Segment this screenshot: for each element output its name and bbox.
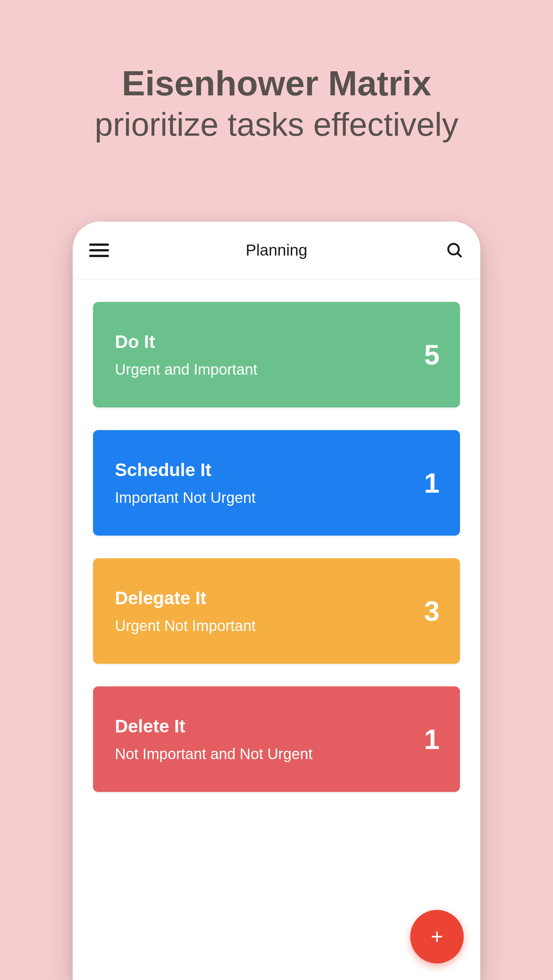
card-count: 1 [424,467,440,499]
card-count: 1 [424,723,440,756]
card-subtitle: Important Not Urgent [115,489,256,506]
quadrant-card-schedule-it[interactable]: Schedule It Important Not Urgent 1 [93,430,460,536]
card-text: Delete It Not Important and Not Urgent [115,716,313,762]
card-text: Delegate It Urgent Not Important [115,588,256,634]
card-subtitle: Urgent Not Important [115,617,256,634]
card-title: Delegate It [115,588,256,608]
app-title: Planning [246,241,307,259]
quadrant-card-do-it[interactable]: Do It Urgent and Important 5 [93,302,460,407]
card-text: Schedule It Important Not Urgent [115,460,256,506]
promo-heading: Eisenhower Matrix prioritize tasks effec… [0,0,553,143]
card-count: 5 [424,339,440,371]
card-title: Schedule It [115,460,256,480]
quadrant-card-delete-it[interactable]: Delete It Not Important and Not Urgent 1 [93,686,460,792]
card-count: 3 [424,595,440,627]
card-subtitle: Urgent and Important [115,361,257,378]
phone-frame: Planning Do It Urgent and Important 5 Sc… [73,222,480,980]
app-header: Planning [73,222,480,279]
hamburger-menu-icon[interactable] [89,243,109,257]
card-text: Do It Urgent and Important [115,331,257,378]
card-title: Delete It [115,716,313,737]
plus-icon: + [431,926,443,947]
promo-title: Eisenhower Matrix [0,64,553,102]
svg-line-1 [457,253,461,257]
quadrant-cards-container: Do It Urgent and Important 5 Schedule It… [73,279,480,792]
add-task-button[interactable]: + [410,910,464,963]
card-title: Do It [115,331,257,352]
quadrant-card-delegate-it[interactable]: Delegate It Urgent Not Important 3 [93,558,460,664]
svg-point-0 [448,244,459,255]
search-icon[interactable] [446,241,464,259]
card-subtitle: Not Important and Not Urgent [115,746,313,762]
promo-subtitle: prioritize tasks effectively [0,105,553,143]
